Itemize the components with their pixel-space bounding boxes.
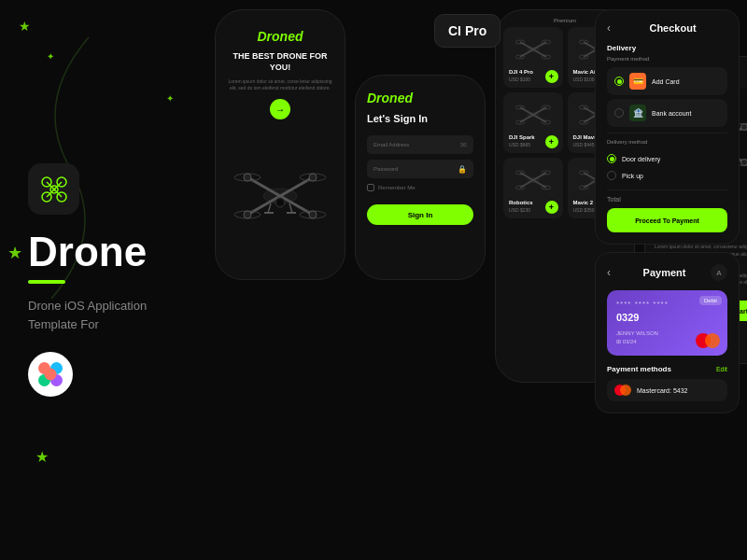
- email-icon: ✉: [460, 141, 467, 149]
- svg-line-29: [289, 203, 292, 213]
- svg-line-69: [520, 173, 533, 180]
- door-delivery-label: Door delivery: [622, 156, 660, 162]
- payment-method-label: Payment method: [607, 56, 727, 62]
- app-title: Drone: [28, 231, 215, 273]
- svg-point-98: [741, 160, 748, 166]
- mastercard-text: Mastercard: 5432: [637, 387, 687, 394]
- left-panel: Drone Drone iOS Application Template For: [28, 0, 215, 560]
- product-card-djispark: DJI Spark USD $665 +: [503, 92, 563, 153]
- add-card-label: Add Card: [652, 78, 680, 85]
- proceed-button[interactable]: Proceed To Payment: [607, 208, 727, 232]
- debit-badge: Debit: [699, 296, 722, 305]
- phone-hero: Droned THE BEST DRONE FOR YOU! Lorem ips…: [215, 9, 345, 280]
- add-card-icon: 💳: [629, 73, 646, 90]
- add-product-1[interactable]: +: [545, 70, 558, 83]
- svg-line-51: [520, 107, 533, 115]
- drone-mini-1: [515, 35, 551, 63]
- add-product-5[interactable]: +: [545, 201, 558, 214]
- payment-methods-row: Payment methods Edit: [607, 365, 727, 373]
- door-delivery-option[interactable]: Door delivery: [607, 150, 727, 167]
- product-img-5: [509, 163, 557, 196]
- payment-avatar: A: [711, 264, 727, 281]
- drone-mini-5: [515, 166, 551, 194]
- svg-line-28: [268, 203, 271, 213]
- checkout-header: ‹ Checkout: [607, 21, 727, 35]
- figma-icon: [28, 352, 73, 397]
- phone-signin: Droned Let's Sign In Email Address ✉ Pas…: [355, 75, 486, 280]
- svg-point-22: [244, 174, 251, 181]
- hero-drone-image: [227, 123, 333, 268]
- payment-methods-label: Payment methods: [607, 365, 671, 373]
- bank-icon: 🏦: [629, 105, 646, 121]
- svg-line-54: [533, 115, 546, 122]
- delivery-method-label: Delivery method: [607, 139, 727, 145]
- payment-title: Payment: [618, 267, 711, 278]
- hero-logo: Droned: [258, 29, 303, 44]
- card-last-four: 0329: [616, 312, 718, 323]
- svg-point-25: [309, 211, 317, 218]
- drone-hero-svg: [229, 154, 331, 238]
- email-field[interactable]: Email Address ✉: [367, 135, 473, 154]
- remember-label: Remember Me: [378, 185, 416, 190]
- add-card-option[interactable]: 💳 Add Card: [607, 67, 727, 95]
- svg-line-33: [520, 42, 533, 49]
- svg-line-16: [247, 196, 280, 215]
- add-product-3[interactable]: +: [545, 135, 558, 148]
- checkout-title: Checkout: [618, 22, 727, 34]
- door-delivery-radio[interactable]: [607, 154, 616, 163]
- signin-button[interactable]: Sign In: [367, 204, 473, 225]
- svg-point-27: [277, 200, 283, 205]
- pickup-option[interactable]: Pick up: [607, 167, 727, 184]
- hero-desc: Lorem ipsum dolor sit amet, corse letiur…: [227, 78, 333, 91]
- svg-point-12: [45, 369, 57, 381]
- svg-line-36: [533, 49, 546, 57]
- pickup-label: Pick up: [622, 173, 643, 179]
- product-img-1: [509, 33, 557, 65]
- product-card-robotics: Robotics USD $230 +: [503, 158, 563, 218]
- svg-line-14: [247, 177, 280, 196]
- mastercard-row[interactable]: Mastercard: 5432: [607, 379, 727, 401]
- hero-cta-button[interactable]: →: [270, 99, 290, 119]
- app-icon: [28, 163, 79, 215]
- svg-point-7: [52, 188, 55, 190]
- hero-tagline: THE BEST DRONE FOR YOU!: [227, 51, 333, 73]
- ci-pro-badge: CI Pro: [434, 14, 500, 48]
- add-card-radio[interactable]: [614, 77, 624, 86]
- svg-point-96: [741, 124, 748, 131]
- bank-radio[interactable]: [614, 108, 624, 118]
- password-field[interactable]: Password 🔒: [367, 160, 473, 178]
- payment-back-button[interactable]: ‹: [607, 266, 611, 279]
- svg-line-15: [280, 177, 313, 196]
- svg-line-34: [533, 42, 546, 49]
- svg-line-71: [520, 180, 533, 188]
- checkout-divider-2: [607, 189, 727, 190]
- edit-payment-link[interactable]: Edit: [716, 366, 727, 372]
- mastercard-mini-logo: [614, 385, 631, 396]
- mastercard-logo: [696, 333, 720, 348]
- signin-logo: Droned: [367, 91, 473, 105]
- svg-line-70: [533, 173, 546, 180]
- payment-card: ‹ Payment A Debit **** **** **** 0329 JE…: [595, 252, 740, 413]
- right-panel: ‹ Checkout Delivery Payment method 💳 Add…: [595, 9, 740, 413]
- svg-line-72: [533, 180, 546, 188]
- product-card-dji4pro: DJI 4 Pro USD $100 +: [503, 27, 563, 88]
- checkout-divider: [607, 133, 727, 133]
- bank-account-option[interactable]: 🏦 Bank account: [607, 99, 727, 127]
- remember-row: Remember Me: [367, 184, 473, 191]
- total-label: Total: [607, 196, 727, 203]
- credit-card-visual: Debit **** **** **** 0329 JENNY WILSON ⊞…: [607, 290, 727, 356]
- svg-line-52: [533, 107, 546, 115]
- svg-line-35: [520, 49, 533, 57]
- lock-icon: 🔒: [458, 165, 467, 174]
- title-underline: [28, 280, 65, 284]
- svg-point-23: [309, 174, 317, 181]
- checkout-back-button[interactable]: ‹: [607, 21, 611, 35]
- app-subtitle: Drone iOS Application Template For: [28, 297, 215, 333]
- remember-checkbox[interactable]: [367, 184, 374, 191]
- star-decoration-3: ★: [7, 243, 22, 263]
- pickup-radio[interactable]: [607, 171, 616, 180]
- svg-point-24: [244, 211, 251, 218]
- signin-title: Let's Sign In: [367, 113, 473, 124]
- checkout-card: ‹ Checkout Delivery Payment method 💳 Add…: [595, 9, 740, 245]
- product-img-3: [509, 98, 557, 131]
